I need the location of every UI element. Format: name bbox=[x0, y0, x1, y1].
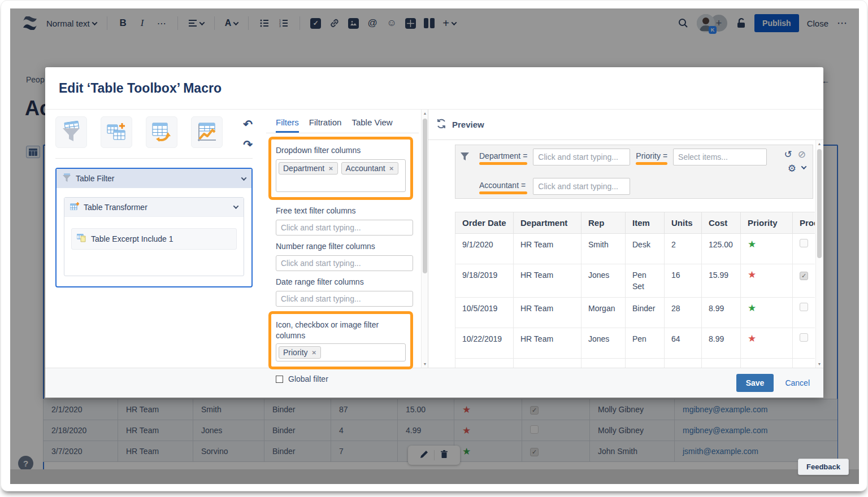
table-transformer-label: Table Transformer bbox=[84, 203, 147, 212]
accountant-filter-input[interactable] bbox=[533, 178, 630, 195]
priority-star-icon: ★ bbox=[748, 239, 756, 250]
chevron-down-icon[interactable] bbox=[241, 175, 247, 181]
preview-column-header: Order Date bbox=[455, 212, 514, 234]
preview-cell: Pen Set bbox=[626, 264, 665, 298]
cancel-button[interactable]: Cancel bbox=[785, 378, 810, 387]
preview-cell bbox=[581, 359, 626, 368]
processed-checkbox[interactable] bbox=[800, 303, 808, 311]
dropdown-filter-columns-label: Dropdown filter columns bbox=[276, 145, 406, 156]
preview-cell bbox=[626, 359, 665, 368]
feedback-button[interactable]: Feedback bbox=[798, 459, 849, 475]
date-range-filter-columns-label: Date range filter columns bbox=[276, 277, 413, 287]
priority-star-icon: ★ bbox=[748, 269, 756, 280]
chip-remove-icon[interactable]: ✕ bbox=[328, 165, 333, 172]
processed-checkbox[interactable] bbox=[800, 239, 808, 247]
preview-cell: HR Team bbox=[514, 298, 581, 328]
scroll-up-icon[interactable]: ▲ bbox=[423, 111, 427, 115]
settings-tabs: Filters Filtration Table View bbox=[266, 117, 419, 133]
preview-cell: Smith bbox=[581, 234, 626, 264]
icon-filter-columns-label: Icon, checkbox or image filter columns bbox=[276, 320, 406, 341]
preview-cell bbox=[455, 359, 514, 368]
redo-icon[interactable]: ↷ bbox=[243, 138, 253, 151]
priority-cell: ★ bbox=[741, 298, 793, 328]
dialog-title: Edit ‘Table Toolbox’ Macro bbox=[59, 81, 222, 96]
chip-remove-icon[interactable]: ✕ bbox=[389, 165, 394, 172]
preview-scrollbar[interactable]: ▲ ▼ bbox=[815, 140, 822, 368]
preview-title: Preview bbox=[452, 120, 484, 129]
funnel-icon bbox=[460, 152, 474, 163]
preview-column-header: Cost bbox=[702, 212, 741, 234]
processed-checkbox[interactable] bbox=[800, 333, 808, 342]
table-transformer-icon bbox=[70, 202, 79, 212]
preview-table-row: 9/1/2020HR TeamSmithDesk2125.00★ bbox=[455, 234, 815, 264]
table-transformer-icon-button[interactable] bbox=[101, 116, 132, 148]
preview-column-header: Item bbox=[626, 212, 665, 234]
preview-cell: Jones bbox=[581, 264, 626, 298]
settings-scrollbar[interactable]: ▲ ▼ bbox=[421, 110, 428, 368]
accountant-filter-label: Accountant= bbox=[479, 181, 527, 194]
macro-structure-panel: ↶ ↷ Table Filter bbox=[45, 110, 263, 368]
preview-table-row: 9/18/2019HR TeamJonesPen Set1615.99★✓ bbox=[455, 264, 815, 298]
filter-bar-actions: ↺ ⊘ ⚙ bbox=[784, 149, 808, 175]
table-excerpt-label: Table Excerpt Include 1 bbox=[91, 234, 173, 243]
chevron-down-icon[interactable] bbox=[801, 164, 807, 169]
icon-filter-columns-field[interactable]: Priority✕ bbox=[276, 343, 406, 361]
table-pivot-icon-button[interactable] bbox=[146, 116, 177, 148]
scroll-down-icon[interactable]: ▼ bbox=[423, 362, 427, 366]
table-chart-icon-button[interactable] bbox=[191, 116, 223, 148]
refresh-icon[interactable] bbox=[436, 119, 446, 130]
processed-checkbox[interactable]: ✓ bbox=[800, 272, 808, 280]
checkbox-cell bbox=[793, 328, 815, 359]
table-transformer-node-header[interactable]: Table Transformer bbox=[64, 198, 244, 217]
tab-filtration[interactable]: Filtration bbox=[309, 117, 342, 133]
table-filter-icon-button[interactable] bbox=[55, 116, 87, 148]
filter-column-chip[interactable]: Accountant✕ bbox=[341, 162, 398, 175]
priority-filter-label: Priority= bbox=[636, 151, 667, 165]
browser-viewport: Normal text B I ⋯ A 123 ✓ @ ☺ + bbox=[10, 8, 859, 484]
orange-underline bbox=[479, 162, 527, 165]
tab-table-view[interactable]: Table View bbox=[351, 117, 392, 133]
number-range-filter-columns-input[interactable] bbox=[276, 255, 413, 271]
screenshot-frame: Normal text B I ⋯ A 123 ✓ @ ☺ + bbox=[1, 0, 867, 491]
orange-underline bbox=[479, 191, 527, 194]
preview-cell: 10/5/2019 bbox=[455, 298, 514, 328]
free-text-filter-columns-input[interactable] bbox=[276, 220, 413, 236]
filter-settings-gear-icon[interactable]: ⚙ bbox=[788, 163, 796, 175]
tab-filters[interactable]: Filters bbox=[276, 117, 299, 133]
preview-cell: 16 bbox=[665, 264, 702, 298]
table-excerpt-include-item[interactable]: Table Excerpt Include 1 bbox=[71, 228, 237, 250]
preview-cell: HR Team bbox=[514, 264, 581, 298]
dropdown-filter-columns-field[interactable]: Department✕Accountant✕ bbox=[276, 159, 406, 192]
reset-filters-icon[interactable]: ↺ bbox=[784, 149, 792, 160]
preview-cell: 64 bbox=[665, 328, 702, 359]
preview-cell: HR Team bbox=[514, 234, 581, 264]
preview-cell: HR Team bbox=[514, 328, 581, 359]
disable-filters-icon[interactable]: ⊘ bbox=[798, 149, 806, 160]
undo-icon[interactable]: ↶ bbox=[243, 117, 253, 131]
preview-cell: 10/22/2019 bbox=[455, 328, 514, 359]
preview-cell bbox=[793, 359, 815, 368]
department-filter-input[interactable] bbox=[533, 149, 630, 165]
preview-column-header: Priority bbox=[741, 212, 793, 234]
filter-column-chip[interactable]: Department✕ bbox=[279, 162, 338, 175]
date-range-filter-columns-input[interactable] bbox=[276, 291, 413, 307]
scroll-down-icon[interactable]: ▼ bbox=[818, 362, 822, 366]
priority-filter-input[interactable] bbox=[673, 149, 767, 165]
checkbox-cell bbox=[793, 298, 815, 328]
scroll-up-icon[interactable]: ▲ bbox=[818, 142, 822, 146]
chevron-down-icon[interactable] bbox=[233, 203, 239, 209]
chip-remove-icon[interactable]: ✕ bbox=[312, 350, 316, 356]
save-button[interactable]: Save bbox=[736, 374, 774, 392]
checkbox-cell bbox=[793, 234, 815, 264]
highlight-icon-filter-section: Icon, checkbox or image filter columns P… bbox=[268, 311, 413, 369]
macro-settings-panel: Filters Filtration Table View Dropdown f… bbox=[263, 110, 428, 368]
preview-cell: 8.99 bbox=[702, 298, 741, 328]
preview-column-header: Units bbox=[665, 212, 702, 234]
preview-scroll-area: Department= Priority= ↺ ⊘ ⚙ bbox=[428, 140, 823, 368]
table-filter-node: Table Filter Table Transformer bbox=[55, 168, 253, 287]
global-filter-checkbox[interactable] bbox=[276, 376, 283, 383]
table-filter-node-header[interactable]: Table Filter bbox=[57, 169, 251, 188]
preview-table-row: 10/5/2019HR TeamMorganBinder288.99★ bbox=[455, 298, 815, 328]
filter-column-chip[interactable]: Priority✕ bbox=[279, 346, 321, 359]
preview-cell: Pen bbox=[626, 328, 665, 359]
